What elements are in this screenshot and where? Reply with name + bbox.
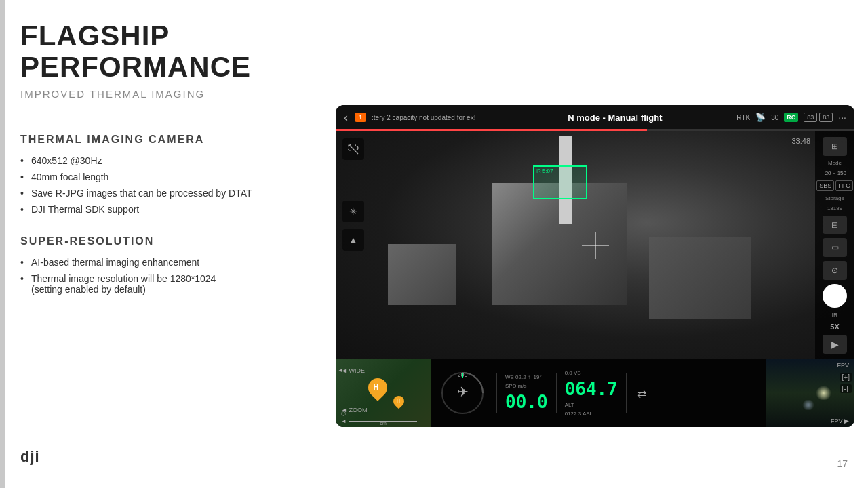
super-res-bullet-1: AI-based thermal imaging enhancement bbox=[20, 257, 326, 268]
storage-label: Storage bbox=[825, 195, 844, 201]
crosshair bbox=[582, 232, 609, 259]
sbs-button[interactable]: SBS bbox=[816, 180, 834, 191]
hot-spot-main: IR 5:07 bbox=[533, 165, 587, 199]
asl-value: 0122.3 ASL bbox=[565, 411, 593, 417]
more-options-icon[interactable]: ··· bbox=[838, 112, 846, 123]
location-icon[interactable]: ▲ bbox=[342, 229, 364, 251]
fpv-zoom-out[interactable]: [-] bbox=[840, 384, 852, 393]
dji-logo-svg: dji bbox=[20, 447, 54, 466]
ir-label: IR bbox=[832, 312, 838, 319]
thermal-bullet-2: 40mm focal length bbox=[20, 171, 326, 182]
hud-spd-col: WS 02.2 ↑ -19° SPD m/s 00.0 bbox=[505, 374, 548, 412]
warning-text: :tery 2 capacity not updated for ex! bbox=[372, 114, 493, 121]
vs-label: 0.0 VS bbox=[565, 370, 581, 376]
hud-spd-value-row: 00.0 bbox=[505, 392, 548, 412]
camera-view: IR 5:07 33:48 ✳ ▲ ⊞ Mode -20 ~ 150 SBS F bbox=[336, 131, 854, 359]
camera-right-panel: ⊞ Mode -20 ~ 150 SBS FFC Storage 13189 ⊟… bbox=[815, 131, 854, 359]
svg-text:✈: ✈ bbox=[457, 384, 469, 399]
swap-icon[interactable]: ⇄ bbox=[635, 387, 649, 400]
play-button[interactable]: ▶ bbox=[823, 335, 847, 354]
hud-spd-row: SPD m/s bbox=[505, 383, 548, 389]
hud-alt-col: 0.0 VS 064.7 ALT 0122.3 ASL bbox=[565, 370, 618, 417]
fpv-zoom-in[interactable]: [+] bbox=[840, 373, 852, 382]
map-arrow-icon: ◄ bbox=[341, 418, 347, 424]
thermal-building-side bbox=[649, 237, 751, 319]
super-res-bullet-list: AI-based thermal imaging enhancement The… bbox=[20, 257, 326, 295]
mode-range-text: -20 ~ 150 bbox=[823, 170, 846, 176]
ffc-button[interactable]: FFC bbox=[835, 180, 853, 191]
drone-right-icons: RTK 📡 30 RC 83 83 ··· bbox=[736, 112, 846, 123]
alt-label: ALT bbox=[565, 402, 574, 408]
home-marker-label: H bbox=[374, 384, 378, 391]
camera-left-icons: ✳ ▲ bbox=[342, 138, 364, 251]
settings-icon[interactable]: ⊞ bbox=[823, 137, 847, 156]
signal-value: 30 bbox=[771, 114, 778, 121]
svg-text:dji: dji bbox=[20, 448, 40, 465]
spd-value: 00.0 bbox=[505, 392, 548, 412]
fpv-light-1 bbox=[815, 386, 832, 400]
dji-logo: dji bbox=[20, 447, 54, 469]
sub-title: IMPROVED THERMAL IMAGING bbox=[20, 88, 326, 100]
battery-1: 83 bbox=[804, 113, 817, 122]
mode-label-text: Mode bbox=[828, 160, 842, 166]
warning-badge: 1 bbox=[355, 113, 366, 122]
ws-label: WS 02.2 ↑ bbox=[505, 374, 530, 380]
battery-badges: 83 83 bbox=[804, 113, 833, 122]
hud-data: 200 ✈ WS 02.2 ↑ -19° SPD m/s 00.0 bbox=[431, 368, 766, 419]
thermal-bullet-3: Save R-JPG images that can be processed … bbox=[20, 188, 326, 199]
drone-ui-panel: ‹ 1 :tery 2 capacity not updated for ex!… bbox=[336, 105, 854, 427]
photo-mode-icon[interactable]: ⊙ bbox=[823, 261, 847, 280]
battery-2: 83 bbox=[819, 113, 833, 122]
thermal-bullet-4: DJI Thermal SDK support bbox=[20, 204, 326, 215]
fpv-label: FPV bbox=[837, 362, 849, 369]
map-thumbnail: ◄ ◄ WIDE ◄ ZOOM ◄ H H 6m ⬡ bbox=[336, 359, 431, 427]
thermal-bullet-list: 640x512 @30Hz 40mm focal length Save R-J… bbox=[20, 155, 326, 215]
spd-label: SPD m/s bbox=[505, 383, 527, 389]
zoom-value: 5X bbox=[830, 323, 839, 331]
rc-badge: RC bbox=[784, 113, 798, 122]
map-location-icon: ⬡ bbox=[341, 411, 346, 417]
aspect-ratio-icon[interactable]: ▭ bbox=[823, 238, 847, 257]
thermal-section-heading: THERMAL IMAGING CAMERA bbox=[20, 134, 326, 146]
page-number: 17 bbox=[837, 458, 848, 469]
drone-timer: 33:48 bbox=[791, 137, 810, 145]
left-panel: FLAGSHIP PERFORMANCE IMPROVED THERMAL IM… bbox=[20, 20, 326, 315]
main-title: FLAGSHIP PERFORMANCE bbox=[20, 20, 326, 83]
drone-topbar: ‹ 1 :tery 2 capacity not updated for ex!… bbox=[336, 105, 854, 129]
thermal-bullet-1: 640x512 @30Hz bbox=[20, 155, 326, 166]
sliders-icon[interactable]: ⊟ bbox=[823, 216, 847, 235]
hud-separator-2 bbox=[556, 373, 557, 413]
thermal-building-small bbox=[388, 244, 456, 305]
deg-value: -19° bbox=[532, 374, 542, 380]
cloud-off-icon[interactable] bbox=[342, 138, 364, 160]
mode-title: N mode - Manual flight bbox=[493, 113, 736, 123]
home-marker: H bbox=[364, 374, 391, 401]
super-res-bullet-2: Thermal image resolution will be 1280*10… bbox=[20, 273, 326, 295]
super-res-section-heading: SUPER-RESOLUTION bbox=[20, 235, 326, 247]
back-button[interactable]: ‹ bbox=[344, 110, 348, 125]
signal-icon: 📡 bbox=[755, 113, 766, 122]
fpv-light-2 bbox=[802, 400, 815, 410]
attitude-indicator: 200 ✈ bbox=[437, 368, 488, 419]
alt-value: 064.7 bbox=[565, 379, 618, 399]
compass-arc-svg: 200 ✈ bbox=[437, 368, 488, 419]
compass-icon[interactable]: ✳ bbox=[342, 201, 364, 222]
drone-map-label: H bbox=[397, 399, 400, 403]
hud-separator-3 bbox=[626, 373, 627, 413]
sbs-ffc-row: SBS FFC bbox=[816, 180, 853, 191]
hud-separator-1 bbox=[496, 373, 497, 413]
drone-map-marker: H bbox=[391, 394, 407, 409]
fpv-bg bbox=[766, 359, 854, 427]
fpv-controls[interactable]: [+] [-] bbox=[840, 373, 852, 393]
rtk-label: RTK bbox=[736, 114, 750, 121]
hud-ws-row: WS 02.2 ↑ -19° bbox=[505, 374, 548, 380]
drone-bottom-hud: ◄ ◄ WIDE ◄ ZOOM ◄ H H 6m ⬡ bbox=[336, 359, 854, 427]
accent-bar bbox=[0, 0, 5, 488]
storage-value: 13189 bbox=[827, 205, 842, 211]
map-wide-label[interactable]: ◄ WIDE bbox=[341, 367, 365, 374]
record-button[interactable] bbox=[823, 284, 847, 308]
fpv-thumbnail: FPV [+] [-] FPV ▶ bbox=[766, 359, 854, 427]
scale-label: 6m bbox=[380, 421, 387, 426]
fpv-bottom-label: FPV ▶ bbox=[831, 418, 849, 424]
